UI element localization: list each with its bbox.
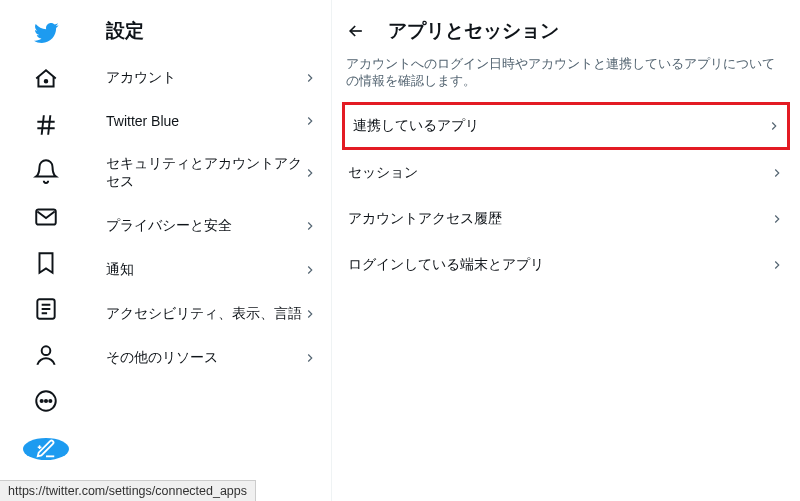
main-item-label: ログインしている端末とアプリ: [348, 256, 544, 274]
chevron-right-icon: [770, 212, 784, 226]
home-icon[interactable]: [33, 66, 59, 92]
chevron-right-icon: [767, 119, 781, 133]
explore-icon[interactable]: [33, 112, 59, 138]
settings-item-security[interactable]: セキュリティとアカウントアクセス: [92, 142, 331, 204]
notifications-icon[interactable]: [33, 158, 59, 184]
settings-item-label: Twitter Blue: [106, 113, 179, 129]
chevron-right-icon: [770, 166, 784, 180]
main-item-label: 連携しているアプリ: [353, 117, 479, 135]
lists-icon[interactable]: [33, 296, 59, 322]
main-item-label: セッション: [348, 164, 418, 182]
chevron-right-icon: [303, 351, 317, 365]
svg-point-3: [42, 346, 51, 355]
chevron-right-icon: [303, 307, 317, 321]
nav-rail: [0, 0, 92, 501]
back-button[interactable]: [346, 21, 366, 41]
settings-item-account[interactable]: アカウント: [92, 56, 331, 100]
chevron-right-icon: [303, 114, 317, 128]
messages-icon[interactable]: [33, 204, 59, 230]
main-item-logged-in-devices[interactable]: ログインしている端末とアプリ: [332, 242, 800, 288]
svg-point-0: [45, 80, 48, 83]
page-description: アカウントへのログイン日時やアカウントと連携しているアプリについての情報を確認し…: [332, 50, 800, 102]
more-icon[interactable]: [33, 388, 59, 414]
settings-item-label: アカウント: [106, 69, 176, 87]
status-bar-url: https://twitter.com/settings/connected_a…: [0, 480, 256, 501]
settings-item-label: その他のリソース: [106, 349, 218, 367]
settings-item-label: セキュリティとアカウントアクセス: [106, 155, 303, 191]
settings-item-notifications[interactable]: 通知: [92, 248, 331, 292]
chevron-right-icon: [303, 71, 317, 85]
main-item-access-history[interactable]: アカウントアクセス履歴: [332, 196, 800, 242]
settings-sidebar: 設定 アカウント Twitter Blue セキュリティとアカウントアクセス プ…: [92, 0, 332, 501]
settings-item-label: アクセシビリティ、表示、言語: [106, 305, 302, 323]
compose-button[interactable]: [23, 438, 69, 460]
main-content: アプリとセッション アカウントへのログイン日時やアカウントと連携しているアプリに…: [332, 0, 800, 501]
settings-title: 設定: [92, 18, 331, 56]
settings-item-label: プライバシーと安全: [106, 217, 232, 235]
svg-point-5: [41, 400, 43, 402]
settings-item-label: 通知: [106, 261, 134, 279]
settings-item-twitter-blue[interactable]: Twitter Blue: [92, 100, 331, 142]
main-item-label: アカウントアクセス履歴: [348, 210, 502, 228]
chevron-right-icon: [770, 258, 784, 272]
chevron-right-icon: [303, 219, 317, 233]
settings-item-privacy[interactable]: プライバシーと安全: [92, 204, 331, 248]
profile-icon[interactable]: [33, 342, 59, 368]
chevron-right-icon: [303, 263, 317, 277]
svg-point-6: [45, 400, 47, 402]
bookmarks-icon[interactable]: [33, 250, 59, 276]
settings-item-resources[interactable]: その他のリソース: [92, 336, 331, 380]
settings-item-accessibility[interactable]: アクセシビリティ、表示、言語: [92, 292, 331, 336]
twitter-logo-icon[interactable]: [33, 20, 59, 46]
chevron-right-icon: [303, 166, 317, 180]
main-item-sessions[interactable]: セッション: [332, 150, 800, 196]
page-title: アプリとセッション: [388, 18, 559, 44]
main-item-connected-apps[interactable]: 連携しているアプリ: [342, 102, 790, 150]
svg-point-7: [49, 400, 51, 402]
